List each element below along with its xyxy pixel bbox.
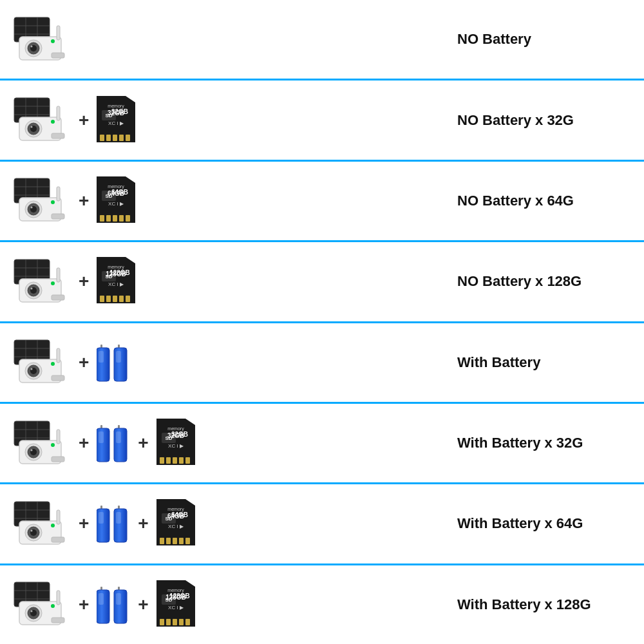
- items-area-2: + memory SD 32GB 32GB XC I ▶: [13, 95, 438, 146]
- svg-text:XC I ▶: XC I ▶: [108, 201, 124, 207]
- svg-point-150: [51, 524, 55, 527]
- svg-rect-56: [126, 215, 130, 222]
- camera-icon: [13, 14, 71, 65]
- svg-point-119: [51, 443, 55, 447]
- svg-rect-191: [173, 619, 177, 625]
- items-area-4: + memory SD 128GB 128GB XC I ▶: [13, 256, 438, 307]
- product-row-2: + memory SD 32GB 32GB XC I ▶ NO Battery …: [0, 80, 644, 161]
- svg-rect-10: [57, 26, 60, 40]
- plus-sign: +: [79, 271, 89, 292]
- svg-rect-101: [100, 345, 102, 348]
- svg-rect-193: [185, 619, 190, 625]
- svg-rect-184: [99, 593, 104, 605]
- svg-rect-78: [106, 296, 111, 302]
- svg-rect-151: [100, 506, 102, 509]
- svg-rect-122: [99, 431, 104, 443]
- sd-card-icon: memory SD 32GB 32GB XC I ▶: [156, 419, 195, 468]
- svg-point-178: [31, 611, 33, 612]
- svg-rect-180: [52, 618, 64, 623]
- svg-rect-190: [166, 619, 171, 625]
- svg-rect-148: [57, 510, 60, 524]
- svg-rect-55: [119, 215, 124, 222]
- svg-rect-48: [57, 187, 60, 201]
- svg-rect-153: [99, 512, 104, 524]
- batteries-icon: [97, 339, 130, 386]
- svg-rect-187: [116, 593, 121, 605]
- svg-rect-29: [113, 135, 117, 141]
- svg-point-181: [51, 604, 55, 608]
- sd-card-icon: memory SD 128GB 128GB XC I ▶: [97, 257, 135, 306]
- product-row-4: + memory SD 128GB 128GB XC I ▶ NO Batter…: [0, 242, 644, 323]
- svg-rect-28: [106, 135, 111, 141]
- option-label-text: NO Battery: [457, 31, 531, 47]
- plus-sign: +: [79, 513, 89, 534]
- camera-icon: [13, 95, 71, 146]
- svg-rect-118: [52, 457, 64, 462]
- svg-text:32GB: 32GB: [111, 108, 128, 115]
- option-label: NO Battery: [438, 31, 631, 48]
- option-label: With Battery: [438, 354, 631, 371]
- plus-sign: +: [79, 110, 89, 131]
- svg-rect-23: [57, 106, 60, 120]
- option-label-text: With Battery x 64G: [457, 515, 583, 531]
- plus-sign: +: [79, 352, 89, 373]
- svg-rect-149: [52, 537, 64, 542]
- sd-card-icon: memory SD 32GB 32GB XC I ▶: [97, 96, 135, 145]
- option-label: NO Battery x 128G: [438, 273, 631, 290]
- camera-icon: [13, 579, 71, 630]
- option-label: With Battery x 128G: [438, 596, 631, 613]
- svg-rect-130: [179, 457, 184, 464]
- batteries-icon: [97, 500, 130, 547]
- svg-rect-99: [52, 375, 64, 381]
- svg-rect-161: [179, 538, 184, 544]
- svg-rect-103: [99, 351, 104, 363]
- svg-text:XC I ▶: XC I ▶: [168, 605, 184, 611]
- svg-rect-127: [160, 457, 164, 464]
- svg-rect-120: [100, 425, 102, 428]
- svg-rect-11: [52, 53, 64, 58]
- svg-rect-192: [179, 619, 184, 625]
- sd-card-icon: memory SD 64GB 64GB XC I ▶: [156, 499, 195, 548]
- svg-rect-162: [185, 538, 190, 544]
- svg-point-47: [31, 207, 33, 209]
- svg-rect-31: [126, 135, 130, 141]
- svg-point-116: [31, 449, 33, 451]
- product-row-5: + With Battery: [0, 323, 644, 404]
- svg-point-100: [51, 362, 55, 366]
- svg-rect-74: [52, 295, 64, 300]
- svg-point-97: [31, 368, 33, 370]
- svg-rect-179: [57, 591, 60, 605]
- svg-rect-159: [166, 538, 171, 544]
- option-label: With Battery x 32G: [438, 435, 631, 451]
- option-label: NO Battery x 32G: [438, 112, 631, 129]
- svg-rect-27: [100, 135, 104, 141]
- svg-rect-54: [113, 215, 117, 222]
- svg-rect-24: [52, 133, 64, 138]
- svg-rect-80: [119, 296, 124, 302]
- option-label-text: NO Battery x 128G: [457, 273, 582, 289]
- camera-icon: [13, 256, 71, 307]
- sd-card-icon: memory SD 64GB 64GB XC I ▶: [97, 176, 135, 225]
- svg-text:64GB: 64GB: [111, 189, 128, 196]
- plus-sign: +: [138, 433, 148, 453]
- svg-rect-77: [100, 296, 104, 302]
- product-row-1: NO Battery: [0, 0, 644, 80]
- option-label-text: With Battery x 32G: [457, 435, 583, 451]
- option-label-text: With Battery x 128G: [457, 596, 591, 612]
- svg-point-50: [51, 200, 55, 204]
- batteries-icon: [97, 582, 130, 628]
- product-row-7: + + memory SD 64GB 64GB: [0, 484, 644, 565]
- svg-point-72: [31, 287, 33, 289]
- product-row-6: + + memory SD 32GB 32GB: [0, 404, 644, 484]
- svg-point-9: [31, 45, 33, 47]
- svg-point-12: [51, 39, 55, 43]
- svg-rect-98: [57, 348, 60, 363]
- svg-text:XC I ▶: XC I ▶: [108, 120, 124, 126]
- svg-text:128GB: 128GB: [169, 592, 190, 600]
- sd-card-icon: memory SD 128GB 128GB XC I ▶: [156, 580, 195, 629]
- svg-point-25: [51, 120, 55, 124]
- option-label-text: NO Battery x 64G: [457, 193, 574, 209]
- items-area-5: +: [13, 337, 438, 388]
- option-label: NO Battery x 64G: [438, 193, 631, 209]
- svg-rect-53: [106, 215, 111, 222]
